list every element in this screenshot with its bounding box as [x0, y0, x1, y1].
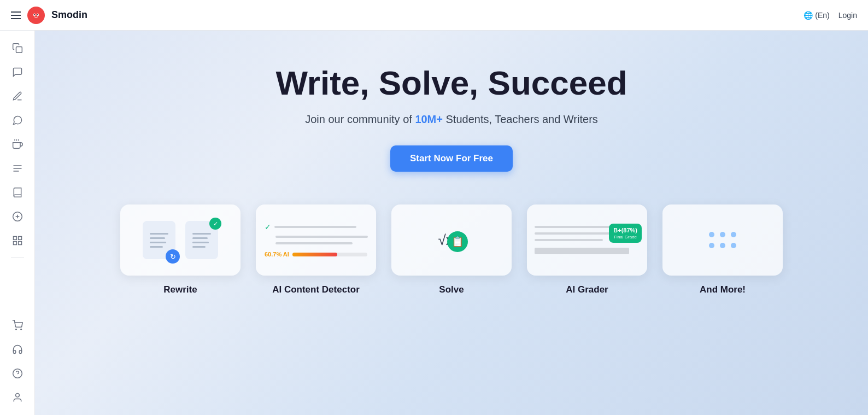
header-left: Smodin	[11, 7, 87, 24]
svg-point-21	[13, 369, 22, 378]
solve-label: Solve	[439, 284, 464, 295]
sidebar-divider	[11, 257, 24, 258]
detector-label: AI Content Detector	[272, 284, 360, 295]
sidebar-icon-grid[interactable]	[7, 230, 28, 252]
grade-value: B+(87%)	[613, 226, 637, 234]
sidebar	[0, 31, 35, 415]
logo-icon	[27, 7, 45, 24]
svg-rect-15	[13, 237, 16, 240]
feature-detector: ✓ 60.7% AI AI Content Detector	[256, 204, 376, 295]
sidebar-icon-book[interactable]	[7, 182, 28, 203]
main-content: Write, Solve, Succeed Join our community…	[35, 31, 868, 415]
ai-percent-label: 60.7% AI	[265, 251, 289, 258]
solve-badge-icon: 📋	[447, 231, 468, 252]
sidebar-icon-pencil[interactable]	[7, 85, 28, 107]
solve-visual: √x ? 📋	[391, 204, 512, 276]
hamburger-menu[interactable]	[11, 11, 21, 19]
sidebar-icon-lines[interactable]	[7, 157, 28, 179]
logo-text: Smodin	[51, 9, 87, 21]
hero-subtitle: Join our community of 10M+ Students, Tea…	[305, 113, 598, 126]
sidebar-icon-user[interactable]	[7, 387, 28, 408]
sidebar-icon-cart[interactable]	[7, 314, 28, 336]
sidebar-icon-message[interactable]	[7, 109, 28, 131]
login-button[interactable]: Login	[838, 11, 857, 20]
more-label: And More!	[700, 284, 746, 295]
grader-visual: B+(87%) Final Grade	[527, 204, 647, 276]
main-layout: Write, Solve, Succeed Join our community…	[0, 31, 868, 415]
feature-solve: √x ? 📋 Solve	[391, 204, 512, 295]
svg-rect-16	[18, 237, 21, 240]
detector-visual: ✓ 60.7% AI	[256, 204, 376, 276]
hero-title: Write, Solve, Succeed	[275, 63, 627, 102]
dots-grid	[709, 232, 736, 248]
sidebar-icon-text[interactable]	[7, 206, 28, 227]
feature-grader: B+(87%) Final Grade AI Grader	[527, 204, 647, 295]
sidebar-icon-help[interactable]	[7, 363, 28, 384]
start-button[interactable]: Start Now For Free	[390, 145, 513, 172]
svg-point-0	[31, 10, 41, 20]
features-row: ↻ ✓ Rewrite	[120, 204, 783, 295]
sidebar-bottom	[7, 314, 28, 408]
rewrite-label: Rewrite	[163, 284, 197, 295]
more-visual	[662, 204, 783, 276]
header-right: 🌐 (En) Login	[804, 11, 857, 20]
feature-more: And More!	[662, 204, 783, 295]
sidebar-icon-headset[interactable]	[7, 338, 28, 360]
header: Smodin 🌐 (En) Login	[0, 0, 868, 31]
grade-sub: Final Grade	[613, 235, 637, 240]
svg-point-3	[34, 14, 35, 15]
language-button[interactable]: 🌐 (En)	[804, 11, 829, 20]
svg-point-19	[15, 329, 16, 330]
svg-rect-17	[13, 242, 16, 245]
svg-point-23	[15, 394, 19, 398]
rewrite-visual: ↻ ✓	[120, 204, 241, 276]
svg-point-4	[37, 14, 38, 15]
svg-point-20	[20, 329, 21, 330]
sidebar-icon-chat[interactable]	[7, 61, 28, 83]
sidebar-icon-copy[interactable]	[7, 37, 28, 59]
svg-rect-18	[18, 242, 21, 245]
svg-rect-5	[16, 47, 22, 53]
sidebar-icon-hand[interactable]	[7, 133, 28, 155]
feature-rewrite: ↻ ✓ Rewrite	[120, 204, 241, 295]
grader-label: AI Grader	[566, 284, 608, 295]
